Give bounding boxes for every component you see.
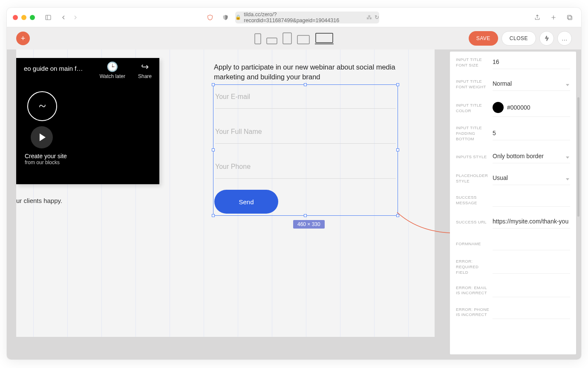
video-embed[interactable]: eo guide on main f… 🕒 Watch later ↪ Shar… xyxy=(16,58,159,184)
svg-rect-6 xyxy=(255,34,261,44)
resize-handle[interactable] xyxy=(396,148,399,151)
reload-icon[interactable]: ↻ xyxy=(375,14,379,20)
clock-icon: 🕒 xyxy=(100,62,125,72)
prop-label: INPUT TITLE PADDING BOTTOM xyxy=(456,125,491,142)
resize-handle[interactable] xyxy=(304,214,307,217)
send-button[interactable]: Send xyxy=(214,190,278,214)
prop-label: ERROR: EMAIL IS INCORRECT xyxy=(456,285,491,296)
svg-rect-8 xyxy=(283,33,291,44)
email-field[interactable]: Your E-mail xyxy=(215,85,396,109)
name-field[interactable]: Your Full Name xyxy=(215,120,396,144)
prop-label: PLACEHOLDER STYLE xyxy=(456,173,491,184)
canvas[interactable]: eo guide on main f… 🕒 Watch later ↪ Shar… xyxy=(16,49,435,337)
svg-rect-0 xyxy=(46,15,51,20)
prop-input[interactable] xyxy=(493,153,570,159)
share-video-button[interactable]: ↪ Share xyxy=(138,62,152,79)
workspace: eo guide on main f… 🕒 Watch later ↪ Shar… xyxy=(7,49,581,359)
privacy-icon[interactable] xyxy=(220,12,231,23)
prop-input[interactable] xyxy=(493,240,570,246)
prop-label: ERROR: PHONE IS INCORRECT xyxy=(456,307,491,318)
svg-rect-5 xyxy=(568,15,571,19)
prop-value[interactable] xyxy=(493,194,570,207)
shield-icon[interactable] xyxy=(205,12,216,23)
browser-window: 🔒 tilda.cc/zero/?recordid=311687499&page… xyxy=(7,8,581,359)
resize-handle[interactable] xyxy=(212,214,215,217)
back-button[interactable] xyxy=(58,12,69,23)
more-button[interactable]: … xyxy=(557,31,572,46)
prop-value[interactable] xyxy=(493,215,570,229)
color-swatch[interactable] xyxy=(493,102,504,113)
prop-input[interactable] xyxy=(493,263,570,270)
prop-value[interactable] xyxy=(493,284,570,297)
resize-handle[interactable] xyxy=(396,83,399,86)
prop-input[interactable] xyxy=(493,218,570,225)
prop-input[interactable] xyxy=(493,287,570,293)
prop-label: FORMNAME xyxy=(456,241,491,247)
dimensions-badge: 460 × 330 xyxy=(293,220,325,229)
add-block-button[interactable]: + xyxy=(16,32,30,45)
prop-label: INPUT TITLE FONT SIZE xyxy=(456,57,491,68)
traffic-lights xyxy=(13,15,35,20)
properties-panel[interactable]: INPUT TITLE FONT SIZEINPUT TITLE FONT WE… xyxy=(450,52,576,354)
svg-rect-10 xyxy=(316,33,333,43)
prop-value[interactable] xyxy=(493,306,570,319)
settings-button[interactable] xyxy=(539,31,554,46)
prop-input[interactable] xyxy=(493,308,570,315)
prop-row: SUCCESS MESSAGE xyxy=(450,189,576,211)
scrollbar-thumb[interactable] xyxy=(577,97,579,217)
selected-form-element[interactable]: Your E-mail Your Full Name Your Phone Se… xyxy=(213,84,398,216)
tabs-overview-icon[interactable] xyxy=(564,12,575,23)
translate-icon[interactable]: ⁂ xyxy=(366,14,372,20)
device-desktop[interactable] xyxy=(315,32,334,44)
prop-value[interactable] xyxy=(493,172,570,185)
new-tab-icon[interactable] xyxy=(548,12,559,23)
save-button[interactable]: SAVE xyxy=(469,31,498,46)
prop-value[interactable] xyxy=(493,56,570,69)
address-bar[interactable]: 🔒 tilda.cc/zero/?recordid=311687499&page… xyxy=(235,12,379,23)
prop-row: INPUT TITLE PADDING BOTTOM xyxy=(450,121,576,146)
lock-icon: 🔒 xyxy=(235,14,241,20)
video-title: eo guide on main f… xyxy=(24,62,83,72)
device-mobile-landscape[interactable] xyxy=(266,38,277,44)
prop-input[interactable] xyxy=(493,196,570,203)
window-zoom-icon[interactable] xyxy=(30,15,35,20)
prop-row: SUCCESS URL xyxy=(450,211,576,233)
prop-value[interactable] xyxy=(493,261,570,274)
prop-value[interactable] xyxy=(493,237,570,250)
prop-row: ERROR: PHONE IS INCORRECT xyxy=(450,301,576,323)
close-button[interactable]: CLOSE xyxy=(502,31,536,46)
device-mobile-portrait[interactable] xyxy=(254,33,261,44)
prop-label: INPUT TITLE COLOR xyxy=(456,103,491,114)
device-tablet-landscape[interactable] xyxy=(297,35,310,44)
resize-handle[interactable] xyxy=(212,83,215,86)
share-icon[interactable] xyxy=(532,12,543,23)
prop-row: INPUT TITLE FONT WEIGHT xyxy=(450,73,576,95)
prop-label: SUCCESS URL xyxy=(456,220,491,225)
resize-handle[interactable] xyxy=(396,214,399,217)
resize-handle[interactable] xyxy=(304,83,307,86)
prop-row: ERROR: REQUIRED FIELD xyxy=(450,255,576,279)
prop-input[interactable] xyxy=(493,58,570,65)
prop-value[interactable] xyxy=(493,127,570,140)
prop-input[interactable] xyxy=(493,174,570,181)
phone-field[interactable]: Your Phone xyxy=(215,155,396,179)
window-close-icon[interactable] xyxy=(13,15,18,20)
device-tablet-portrait[interactable] xyxy=(282,32,292,44)
prop-label: ERROR: REQUIRED FIELD xyxy=(456,259,491,275)
resize-handle[interactable] xyxy=(212,148,215,151)
video-caption-line2: from our blocks xyxy=(25,159,67,165)
prop-input[interactable] xyxy=(493,80,570,87)
prop-row: FORMNAME xyxy=(450,233,576,255)
play-button[interactable] xyxy=(31,126,53,148)
prop-label: SUCCESS MESSAGE xyxy=(456,195,491,206)
url-text: tilda.cc/zero/?recordid=311687499&pageid… xyxy=(244,12,361,23)
prop-value[interactable] xyxy=(493,150,570,163)
prop-input[interactable] xyxy=(493,130,570,136)
window-minimize-icon[interactable] xyxy=(21,15,26,20)
prop-row: ERROR: EMAIL IS INCORRECT xyxy=(450,280,576,301)
prop-value[interactable]: #000000 xyxy=(493,99,570,117)
forward-button[interactable] xyxy=(70,12,81,23)
watch-later-button[interactable]: 🕒 Watch later xyxy=(100,62,125,79)
prop-value[interactable] xyxy=(493,78,570,91)
sidebar-toggle-icon[interactable] xyxy=(43,12,54,23)
